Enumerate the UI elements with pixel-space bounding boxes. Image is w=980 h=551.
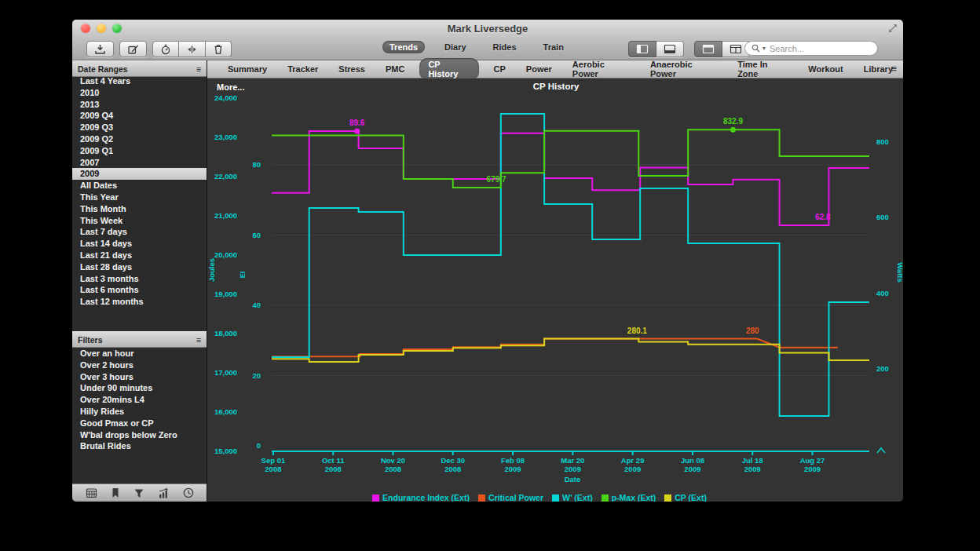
close-button[interactable]	[81, 24, 90, 33]
calendar-icon[interactable]	[86, 487, 97, 498]
legend-item-endurance_index: Endurance Index (Ext)	[372, 493, 470, 502]
toggle-sidebar-button[interactable]	[628, 41, 656, 57]
single-layout-button[interactable]	[694, 41, 722, 57]
sidebar: Date Ranges ≡ Last 4 Years201020132009 Q…	[72, 60, 207, 502]
x-axis-title: Date	[565, 475, 581, 483]
traffic-lights	[81, 24, 122, 33]
minimize-button[interactable]	[97, 24, 106, 33]
filter-over-3-hours[interactable]: Over 3 hours	[72, 371, 207, 383]
date-range-2009-q4[interactable]: 2009 Q4	[72, 110, 207, 122]
tab-cp-history[interactable]: CP History	[419, 58, 478, 80]
date-range-this-week[interactable]: This Week	[72, 215, 207, 227]
filter-icon[interactable]	[133, 488, 144, 498]
date-range-last-4-years[interactable]: Last 4 Years	[72, 75, 207, 87]
pane-toggles	[628, 41, 684, 57]
tab-tracker[interactable]: Tracker	[277, 64, 328, 74]
legend-label-critical_power: Critical Power	[488, 493, 543, 502]
tab-power[interactable]: Power	[516, 64, 562, 74]
filters-header: Filters ≡	[72, 331, 207, 348]
x-tick-label: 2008	[265, 465, 281, 473]
window-tile-icon	[702, 44, 715, 54]
view-switcher: TrendsDiaryRidesTrain	[382, 41, 571, 53]
stopwatch-button[interactable]	[152, 41, 179, 57]
filter-over-20mins-l4[interactable]: Over 20mins L4	[72, 394, 207, 406]
app-window: Mark Liversedge	[72, 20, 903, 502]
date-range-last-14-days[interactable]: Last 14 days	[72, 238, 207, 250]
date-range-this-year[interactable]: This Year	[72, 192, 207, 203]
date-ranges-title: Date Ranges	[78, 64, 128, 74]
date-range-2009-q2[interactable]: 2009 Q2	[72, 133, 207, 145]
date-range-2007[interactable]: 2007	[72, 157, 207, 169]
filter-over-an-hour[interactable]: Over an hour	[72, 348, 207, 359]
date-range-last-21-days[interactable]: Last 21 days	[72, 250, 207, 261]
delete-button[interactable]	[206, 41, 232, 57]
x-axis-end-caret	[877, 448, 885, 453]
filter-under-90-minutes[interactable]: Under 90 minutes	[72, 382, 207, 394]
x-tick-label: Feb 08	[501, 456, 525, 465]
view-tab-diary[interactable]: Diary	[437, 41, 474, 53]
fullscreen-icon[interactable]	[888, 24, 898, 33]
search-field[interactable]: ▾	[744, 41, 878, 56]
date-range-last-6-months[interactable]: Last 6 months	[72, 284, 207, 296]
legend-label-cp_ext: CP (Ext)	[675, 493, 707, 502]
bar-chart-icon[interactable]	[158, 488, 170, 498]
view-tab-train[interactable]: Train	[536, 41, 571, 53]
tab-time-in-zone[interactable]: Time In Zone	[727, 60, 798, 78]
tab-summary[interactable]: Summary	[218, 64, 277, 74]
date-range-2009-q3[interactable]: 2009 Q3	[72, 122, 207, 133]
edit-button[interactable]	[119, 41, 147, 57]
date-range-last-28-days[interactable]: Last 28 days	[72, 261, 207, 273]
watts-tick-label: 200	[876, 364, 889, 373]
view-tab-rides[interactable]: Rides	[486, 41, 524, 53]
date-range-2013[interactable]: 2013	[72, 99, 207, 111]
joules-tick-label: 21,000	[214, 211, 237, 220]
tab-anaerobic-power[interactable]: Anaerobic Power	[640, 60, 727, 78]
filter-hilly-rides[interactable]: Hilly Rides	[72, 406, 207, 418]
stopwatch-icon	[160, 44, 171, 55]
tab-pmc[interactable]: PMC	[375, 64, 415, 74]
date-range-last-3-months[interactable]: Last 3 months	[72, 273, 207, 285]
split-button[interactable]	[179, 41, 206, 57]
chart-more-link[interactable]: More...	[217, 82, 244, 92]
date-range-this-month[interactable]: This Month	[72, 203, 207, 215]
x-tick-label: Mar 20	[561, 456, 584, 465]
date-range-2009[interactable]: 2009	[72, 168, 207, 180]
zoom-button[interactable]	[112, 24, 122, 33]
bookmark-icon[interactable]	[111, 487, 120, 498]
content: Date Ranges ≡ Last 4 Years201020132009 Q…	[72, 60, 903, 502]
joules-axis-label: Joules	[207, 258, 216, 282]
date-range-last-12-months[interactable]: Last 12 months	[72, 296, 207, 308]
annotation-label-89.6: 89.6	[349, 119, 365, 127]
filters-list: Over an hourOver 2 hoursOver 3 hoursUnde…	[72, 348, 207, 452]
clock-icon[interactable]	[183, 487, 194, 498]
date-range-2009-q1[interactable]: 2009 Q1	[72, 145, 207, 157]
tab-stress[interactable]: Stress	[328, 64, 375, 74]
tabbar-menu-icon[interactable]: ≡	[890, 65, 897, 73]
annotation-label-832.9: 832.9	[723, 117, 743, 126]
tab-cp[interactable]: CP	[484, 64, 516, 74]
filter-w-bal-drops-below-zero[interactable]: W'bal drops below Zero	[72, 429, 207, 441]
trash-icon	[213, 44, 224, 55]
filter-brutal-rides[interactable]: Brutal Rides	[72, 440, 207, 452]
menu-icon[interactable]: ≡	[196, 336, 201, 344]
date-range-2010[interactable]: 2010	[72, 87, 207, 99]
filter-good-pmax-or-cp[interactable]: Good Pmax or CP	[72, 418, 207, 429]
import-button[interactable]	[86, 41, 114, 57]
x-tick-label: 2009	[504, 465, 521, 473]
joules-tick-label: 16,000	[214, 407, 237, 416]
date-range-all-dates[interactable]: All Dates	[72, 180, 207, 192]
date-range-last-7-days[interactable]: Last 7 days	[72, 226, 207, 238]
search-input[interactable]	[768, 43, 858, 54]
tab-aerobic-power[interactable]: Aerobic Power	[562, 60, 640, 78]
filter-over-2-hours[interactable]: Over 2 hours	[72, 359, 207, 371]
tab-workout[interactable]: Workout	[798, 64, 853, 74]
view-tab-trends[interactable]: Trends	[382, 41, 425, 53]
x-tick-label: Nov 20	[381, 456, 405, 465]
toggle-bottombar-button[interactable]	[656, 41, 684, 57]
chart-area: More... CP History 24,00023,00022,00021,…	[207, 78, 903, 502]
menu-icon[interactable]: ≡	[196, 65, 201, 73]
search-scope-caret[interactable]: ▾	[762, 46, 766, 52]
ei-tick-label: 80	[252, 160, 261, 169]
window-grid-icon	[730, 44, 742, 54]
watts-tick-label: 600	[876, 213, 889, 221]
